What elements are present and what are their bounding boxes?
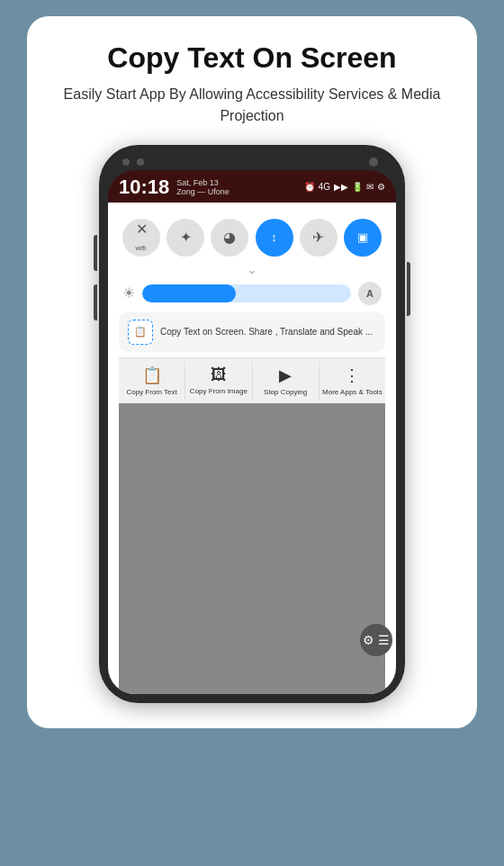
quick-toggles: ✕wifi ✦ ◕ ↕ ✈ ▣ <box>119 212 385 260</box>
battery-icon: 🔋 <box>352 182 363 192</box>
status-time: 10:18 <box>119 176 169 199</box>
copy-from-text-label: Copy From Text <box>126 388 176 397</box>
volume-down-button <box>94 284 97 320</box>
status-carrier: Zong — Ufone <box>176 187 230 196</box>
copy-from-image-label: Copy From Image <box>190 387 248 396</box>
copy-text-action-icon: 📋 <box>142 365 162 385</box>
brightness-slider[interactable] <box>142 284 351 302</box>
notif-app-icon: 📋 <box>128 320 153 345</box>
bluetooth-icon: ✦ <box>180 229 192 246</box>
brightness-fill <box>142 284 236 302</box>
notification-item[interactable]: 📋 Copy Text on Screen. Share , Translate… <box>119 312 385 352</box>
stop-copying-button[interactable]: ▶ Stop Copying <box>253 362 320 401</box>
camera-dot-right <box>369 158 378 167</box>
signal-icon: 4G <box>319 182 330 192</box>
brightness-icon: ☀ <box>122 284 135 302</box>
torch-toggle[interactable]: ◕ <box>211 219 248 257</box>
copy-text-icon: 📋 <box>134 326 147 338</box>
status-left: 10:18 Sat, Feb 13 Zong — Ufone <box>119 176 230 199</box>
alarm-icon: ⏰ <box>304 182 315 192</box>
chevron-down-icon: ⌄ <box>247 262 257 276</box>
page-subtitle: Easily Start App By Allowing Accessibili… <box>49 84 455 127</box>
screen-toggle[interactable]: ▣ <box>344 219 382 257</box>
mail-icon: ✉ <box>366 182 374 192</box>
phone-notch <box>108 154 396 170</box>
more-apps-label: More Apps & Tools <box>322 388 382 397</box>
bluetooth-toggle[interactable]: ✦ <box>166 219 204 257</box>
signal-bars-icon: ▶▶ <box>334 182 348 192</box>
auto-brightness-label: A <box>366 288 374 299</box>
settings-fab-button[interactable]: ⚙ ☰ <box>360 624 392 656</box>
stop-copying-label: Stop Copying <box>264 388 307 397</box>
copy-from-image-button[interactable]: 🖼 Copy From Image <box>185 362 252 401</box>
settings-icon: ⚙ <box>377 182 385 192</box>
main-card: Copy Text On Screen Easily Start App By … <box>27 16 477 728</box>
phone-screen: 10:18 Sat, Feb 13 Zong — Ufone ⏰ 4G ▶▶ 🔋… <box>108 170 396 694</box>
status-bar: 10:18 Sat, Feb 13 Zong — Ufone ⏰ 4G ▶▶ 🔋… <box>108 170 396 203</box>
front-cameras <box>122 158 144 166</box>
wifi-off-icon: ✕wifi <box>136 221 148 254</box>
settings-fab-icon: ⚙ ☰ <box>363 633 390 647</box>
screen-bottom-area <box>119 403 385 693</box>
brightness-row: ☀ A <box>119 278 385 312</box>
copy-from-text-button[interactable]: 📋 Copy From Text <box>119 362 185 401</box>
action-bar: 📋 Copy From Text 🖼 Copy From Image ▶ Sto… <box>119 357 385 404</box>
status-date: Sat, Feb 13 <box>176 178 219 187</box>
screen-icon: ▣ <box>357 230 368 244</box>
camera-dot-2 <box>137 158 144 166</box>
wifi-toggle[interactable]: ✕wifi <box>122 219 160 257</box>
more-apps-action-icon: ⋮ <box>344 365 360 385</box>
status-info: Sat, Feb 13 Zong — Ufone <box>176 178 230 196</box>
notification-panel: ✕wifi ✦ ◕ ↕ ✈ ▣ <box>108 203 396 694</box>
page-title: Copy Text On Screen <box>107 41 396 75</box>
power-button <box>407 262 410 316</box>
more-apps-button[interactable]: ⋮ More Apps & Tools <box>320 362 385 401</box>
auto-brightness-button[interactable]: A <box>358 282 382 305</box>
expand-arrow: ⌄ <box>119 262 385 276</box>
status-icons: ⏰ 4G ▶▶ 🔋 ✉ ⚙ <box>304 182 385 192</box>
phone-frame: 10:18 Sat, Feb 13 Zong — Ufone ⏰ 4G ▶▶ 🔋… <box>99 145 405 703</box>
airplane-toggle[interactable]: ✈ <box>300 219 338 257</box>
data-icon: ↕ <box>271 230 277 244</box>
copy-image-action-icon: 🖼 <box>211 365 227 384</box>
notif-text: Copy Text on Screen. Share , Translate a… <box>160 327 376 337</box>
volume-up-button <box>94 235 97 271</box>
data-toggle[interactable]: ↕ <box>256 219 293 257</box>
airplane-icon: ✈ <box>312 229 324 246</box>
camera-dot-1 <box>122 158 130 166</box>
torch-icon: ◕ <box>223 229 236 246</box>
stop-copying-action-icon: ▶ <box>279 365 292 385</box>
